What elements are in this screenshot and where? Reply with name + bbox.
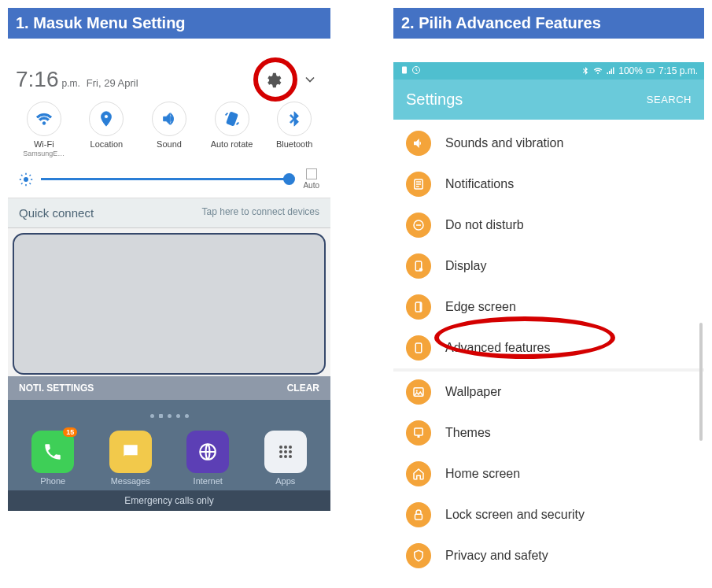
notification-card[interactable] <box>13 233 326 375</box>
quick-connect-row[interactable]: Quick connect Tap here to connect device… <box>8 198 330 228</box>
sim-icon <box>400 65 409 75</box>
sound-icon <box>406 131 431 156</box>
internet-app[interactable]: Internet <box>186 431 229 486</box>
svg-point-12 <box>284 446 287 449</box>
settings-list[interactable]: Sounds and vibration Notifications Do no… <box>393 120 704 579</box>
qs-item-bluetooth[interactable]: Bluetooth <box>267 102 321 157</box>
lock-icon <box>406 502 431 527</box>
brightness-slider[interactable] <box>41 178 290 180</box>
settings-item-themes[interactable]: Themes <box>393 412 704 453</box>
wallpaper-icon <box>406 379 431 405</box>
privacy-icon <box>406 543 431 568</box>
svg-point-13 <box>289 446 292 449</box>
list-item-label: Themes <box>445 426 491 440</box>
settings-item-wallpaper[interactable]: Wallpaper <box>393 372 704 412</box>
quick-connect-label: Quick connect <box>19 206 94 220</box>
svg-line-9 <box>30 175 31 176</box>
emergency-calls-text: Emergency calls only <box>8 490 330 511</box>
phone-app[interactable]: 15 Phone <box>31 431 74 486</box>
settings-item-edge[interactable]: Edge screen <box>393 287 704 327</box>
status-right-icons: 100% 7:15 p.m. <box>581 65 698 76</box>
list-item-label: Sounds and vibration <box>445 136 563 150</box>
list-item-label: Edge screen <box>445 300 516 314</box>
status-time: 7:15 p.m. <box>659 65 698 76</box>
search-button[interactable]: SEARCH <box>647 94 692 105</box>
bluetooth-icon <box>581 66 590 76</box>
svg-point-17 <box>279 455 282 458</box>
settings-gear-button[interactable] <box>260 67 286 94</box>
svg-rect-0 <box>227 113 238 126</box>
display-icon <box>406 253 431 279</box>
brightness-auto-toggle[interactable]: Auto <box>303 168 319 190</box>
phone-icon: 15 <box>31 431 74 473</box>
settings-item-advanced-features[interactable]: Advanced features <box>393 327 704 368</box>
svg-point-19 <box>289 455 292 458</box>
slider-thumb[interactable] <box>283 173 295 185</box>
noti-settings-button[interactable]: NOTI. SETTINGS <box>19 383 94 394</box>
apps-icon <box>264 431 307 473</box>
svg-point-31 <box>419 268 423 272</box>
qs-item-location[interactable]: Location <box>79 102 133 157</box>
svg-point-1 <box>24 177 28 182</box>
settings-title-text: Settings <box>406 91 463 109</box>
step-1-panel: 1. Masuk Menu Setting 7:16 p.m. Fri, 29 … <box>8 8 330 580</box>
bluetooth-icon <box>277 102 312 136</box>
svg-point-36 <box>416 390 418 391</box>
step-2-panel: 2. Pilih Advanced Features 100% 7:15 p.m… <box>393 8 704 580</box>
app-label: Apps <box>264 476 307 486</box>
shade-date: Fri, 29 April <box>87 77 138 89</box>
apps-drawer[interactable]: Apps <box>264 431 307 486</box>
expand-caret-icon[interactable] <box>302 72 318 87</box>
dock-row: 15 Phone Messages Internet <box>14 431 324 486</box>
quick-connect-hint: Tap here to connect devices <box>202 206 319 220</box>
qs-label: Sound <box>142 139 196 149</box>
svg-rect-39 <box>415 514 422 520</box>
step1-title: 1. Masuk Menu Setting <box>8 8 330 39</box>
settings-item-home-screen[interactable]: Home screen <box>393 453 704 494</box>
settings-item-dnd[interactable]: Do not disturb <box>393 205 704 246</box>
settings-item-notifications[interactable]: Notifications <box>393 164 704 205</box>
messages-app[interactable]: Messages <box>109 431 152 486</box>
settings-item-display[interactable]: Display <box>393 246 704 287</box>
settings-item-privacy[interactable]: Privacy and safety <box>393 535 704 576</box>
page-indicators <box>14 414 324 418</box>
list-item-label: Home screen <box>445 467 520 481</box>
settings-item-sounds[interactable]: Sounds and vibration <box>393 123 704 164</box>
qs-item-sound[interactable]: Sound <box>142 102 196 157</box>
svg-line-6 <box>21 175 23 176</box>
sound-icon <box>152 102 186 136</box>
list-item-label: Notifications <box>445 177 514 191</box>
notification-actions-bar: NOTI. SETTINGS CLEAR <box>8 376 330 400</box>
app-label: Messages <box>109 476 152 486</box>
settings-titlebar: Settings SEARCH <box>393 80 704 120</box>
svg-point-14 <box>279 450 282 453</box>
list-item-label: Advanced features <box>445 341 550 355</box>
quick-settings-row: Wi-Fi SamsungE… Location Sound Auto rot <box>8 94 330 159</box>
settings-item-lock-screen[interactable]: Lock screen and security <box>393 494 704 535</box>
settings-app-screenshot: 100% 7:15 p.m. Settings SEARCH Sounds an… <box>393 62 704 588</box>
svg-rect-20 <box>402 66 407 73</box>
qs-sublabel: SamsungE… <box>17 150 71 157</box>
svg-point-16 <box>289 450 292 453</box>
gear-icon <box>264 72 282 89</box>
location-icon <box>89 102 124 136</box>
battery-charging-icon <box>646 66 655 76</box>
qs-item-wifi[interactable]: Wi-Fi SamsungE… <box>17 102 71 157</box>
list-item-label: Display <box>445 259 486 273</box>
scrollbar[interactable] <box>699 323 703 441</box>
clear-button[interactable]: CLEAR <box>287 383 319 394</box>
themes-icon <box>406 420 431 446</box>
notification-icon <box>406 172 431 197</box>
list-item-label: Do not disturb <box>445 218 524 232</box>
auto-rotate-icon <box>215 102 249 136</box>
svg-rect-38 <box>418 435 420 438</box>
home-icon <box>406 461 431 486</box>
qs-item-rotate[interactable]: Auto rotate <box>205 102 259 157</box>
wifi-icon <box>27 102 61 136</box>
svg-point-15 <box>284 450 287 453</box>
svg-rect-37 <box>415 428 423 435</box>
signal-icon <box>606 66 615 76</box>
messages-icon <box>109 431 152 473</box>
list-item-label: Privacy and safety <box>445 549 548 563</box>
brightness-row: Auto <box>8 159 330 198</box>
